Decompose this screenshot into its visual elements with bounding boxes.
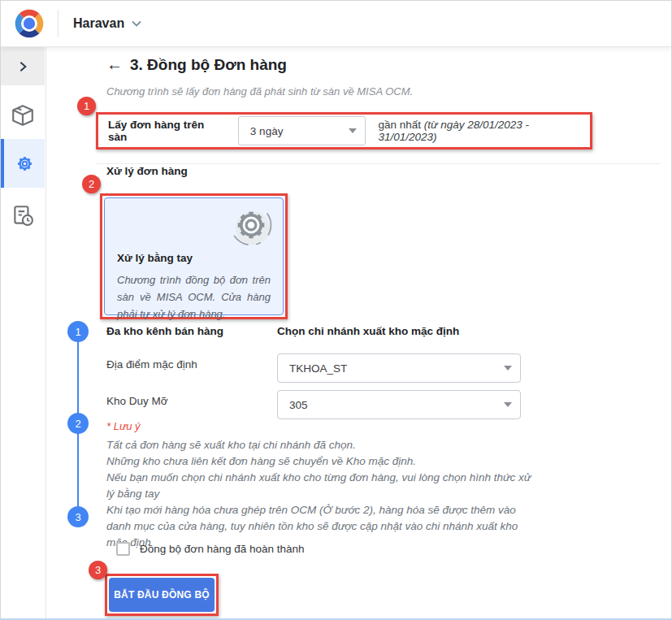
top-header: Haravan xyxy=(1,1,671,47)
sidebar-item-settings[interactable] xyxy=(1,139,45,188)
caret-down-icon xyxy=(349,128,357,133)
completed-orders-checkbox-row: Đồng bộ đơn hàng đã hoàn thành xyxy=(116,542,305,556)
completed-orders-checkbox[interactable] xyxy=(116,542,130,556)
caret-down-icon xyxy=(504,402,512,407)
misa-logo-icon xyxy=(12,7,46,41)
manual-processing-card[interactable]: Xử lý bằng tay Chương trình đồng bộ đơn … xyxy=(104,197,284,315)
sidebar-item-reports[interactable] xyxy=(1,201,45,230)
manual-card-title: Xử lý bằng tay xyxy=(117,252,271,264)
report-clock-icon xyxy=(11,203,35,228)
manual-card-description: Chương trình đồng bộ đơn trên sàn về MIS… xyxy=(117,271,271,323)
completed-orders-checkbox-label: Đồng bộ đơn hàng đã hoàn thành xyxy=(140,543,305,555)
step-circle-2: 2 xyxy=(67,413,89,434)
start-sync-button[interactable]: BẮT ĐẦU ĐỒNG BỘ xyxy=(109,578,215,612)
sidebar-item-products[interactable] xyxy=(1,101,45,130)
page-title-row: ← 3. Đồng bộ Đơn hàng xyxy=(106,55,287,74)
main-content: ← 3. Đồng bộ Đơn hàng Chương trình sẽ lấ… xyxy=(46,47,671,618)
sidebar xyxy=(1,47,46,618)
note-title: * Lưu ý xyxy=(106,420,140,432)
warehouse-row-label: Địa điểm mặc định xyxy=(106,358,197,371)
page-description: Chương trình sẽ lấy đơn hàng đã phát sin… xyxy=(106,85,413,98)
package-icon xyxy=(11,103,35,128)
step-circle-1: 1 xyxy=(67,321,89,342)
note-line: Nếu bạn muốn chọn chi nhánh xuất kho cho… xyxy=(106,470,532,502)
annotation-badge-1: 1 xyxy=(77,97,96,115)
kho-duy-mo-value: 305 xyxy=(289,399,308,411)
annotation-box-fetch-orders: Lấy đơn hàng trên sàn 3 ngày gần nhất (t… xyxy=(96,112,592,150)
warehouse-row-label: Kho Duy Mỡ xyxy=(106,395,168,407)
default-location-value: TKHOA_ST xyxy=(289,362,347,375)
order-processing-label: Xử lý đơn hàng xyxy=(106,165,188,177)
gear-icon xyxy=(14,153,36,175)
channel-name[interactable]: Haravan xyxy=(73,16,124,31)
warehouse-column2-header: Chọn chi nhánh xuất kho mặc định xyxy=(277,325,459,337)
note-line: Tất cả đơn hàng sẽ xuất kho tại chi nhán… xyxy=(106,437,532,453)
kho-duy-mo-select[interactable]: 305 xyxy=(277,390,521,419)
app-window: Haravan xyxy=(0,0,672,620)
notes-block: Tất cả đơn hàng sẽ xuất kho tại chi nhán… xyxy=(106,437,532,551)
section-divider xyxy=(96,163,660,164)
annotation-box-manual-card: Xử lý bằng tay Chương trình đồng bộ đơn … xyxy=(100,193,288,319)
default-location-select[interactable]: TKHOA_ST xyxy=(277,353,521,383)
annotation-badge-2: 2 xyxy=(82,175,101,193)
annotation-badge-3: 3 xyxy=(89,561,107,579)
header-divider xyxy=(58,10,59,37)
back-arrow-icon[interactable]: ← xyxy=(106,55,123,74)
page-title: 3. Đồng bộ Đơn hàng xyxy=(130,56,287,74)
fetch-days-select[interactable]: 3 ngày xyxy=(238,116,366,145)
warehouse-column1-header: Đa kho kênh bán hàng xyxy=(106,325,223,337)
annotation-box-sync-button: BẮT ĐẦU ĐỒNG BỘ xyxy=(105,574,219,616)
gear-illustration-icon xyxy=(228,202,275,249)
fetch-orders-suffix: gần nhất (từ ngày 28/01/2023 - 31/01/202… xyxy=(378,119,590,143)
sidebar-expand-button[interactable] xyxy=(1,47,45,85)
fetch-orders-label: Lấy đơn hàng trên sàn xyxy=(108,119,226,143)
step-circle-3: 3 xyxy=(67,506,89,527)
caret-down-icon xyxy=(504,366,512,371)
note-line: Những kho chưa liên kết đơn hàng sẽ chuy… xyxy=(106,453,532,470)
chevron-right-icon xyxy=(16,60,29,73)
fetch-days-value: 3 ngày xyxy=(250,125,284,137)
chevron-down-icon[interactable] xyxy=(131,20,142,28)
